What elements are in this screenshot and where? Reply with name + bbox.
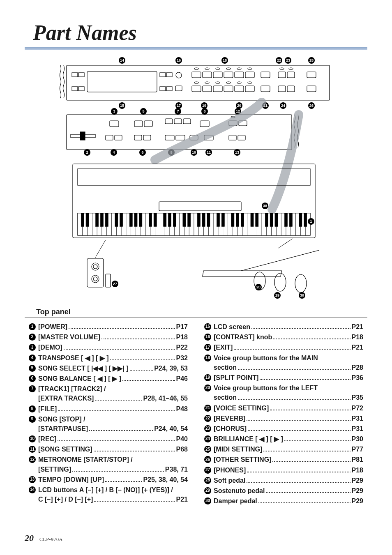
item-number-badge: 3 [29, 344, 36, 351]
item-number-badge: 21 [204, 405, 211, 412]
part-item: 2[MASTER VOLUME]P18 [29, 332, 188, 342]
item-number-badge: 10 [29, 435, 36, 442]
svg-text:18: 18 [223, 58, 227, 62]
svg-rect-191 [217, 213, 219, 226]
item-label: [EXTRA TRACKS] [38, 394, 94, 403]
svg-point-43 [248, 82, 252, 83]
svg-rect-198 [265, 213, 268, 226]
svg-point-37 [248, 68, 252, 69]
item-number-badge: 14 [29, 486, 36, 493]
page-ref: P21 [352, 343, 363, 352]
part-item: 29Sostenuto pedalP29 [204, 486, 363, 495]
svg-rect-22 [235, 86, 244, 92]
section-rule [25, 318, 367, 318]
part-item: 15LCD screenP21 [204, 322, 363, 332]
part-item: 10[REC]P40 [29, 434, 188, 444]
item-number-badge: 2 [29, 334, 36, 341]
svg-point-41 [226, 82, 231, 83]
item-number-badge: 16 [204, 334, 211, 341]
leader-dots [72, 471, 164, 472]
svg-rect-84 [183, 119, 191, 124]
svg-text:14: 14 [120, 58, 124, 62]
leader-dots [284, 440, 350, 441]
svg-point-211 [93, 265, 97, 269]
svg-point-213 [93, 277, 97, 281]
page-ref: P46 [176, 374, 188, 383]
item-label: SONG [STOP] / [38, 415, 85, 424]
svg-rect-181 [149, 213, 152, 226]
part-item: 6SONG BALANCE [ ◀ ] [ ▶ ]P46 [29, 374, 188, 383]
item-label: [POWER] [38, 322, 67, 332]
item-label: [TRACK1] [TRACK2] / [38, 384, 106, 394]
svg-rect-83 [174, 119, 182, 124]
svg-point-45 [289, 68, 293, 69]
item-label: Sostenuto pedal [214, 486, 265, 495]
item-label: Voice group buttons for the MAIN [214, 353, 318, 363]
page-ref: P35 [352, 393, 363, 402]
page-ref: P29 [352, 486, 363, 495]
page-ref: P25, 38, 40, 54 [143, 475, 188, 484]
svg-rect-21 [224, 86, 233, 92]
page-number: 20 [25, 533, 34, 543]
page-ref: P17 [176, 322, 188, 332]
svg-rect-1 [87, 71, 157, 92]
item-number-badge: 4 [29, 355, 36, 362]
item-number-badge: 18 [204, 355, 211, 362]
svg-rect-15 [224, 72, 233, 78]
item-number-badge: 26 [204, 456, 211, 463]
page-ref: P24, 40, 54 [154, 424, 188, 433]
item-label: [CHORUS] [214, 424, 247, 433]
svg-text:24: 24 [281, 104, 285, 108]
model-label: CLP-970A [39, 537, 63, 542]
page-ref: P72 [352, 403, 363, 413]
svg-text:16: 16 [177, 58, 181, 62]
leader-dots [272, 461, 350, 462]
item-number-badge: 13 [29, 476, 36, 483]
item-label: section [214, 363, 237, 372]
svg-rect-30 [307, 72, 316, 78]
svg-rect-186 [183, 213, 186, 226]
leader-dots [89, 430, 153, 431]
page-ref: P22 [176, 343, 188, 352]
leader-dots [122, 380, 175, 381]
item-number-badge: 8 [29, 405, 36, 412]
leader-dots [105, 481, 142, 482]
leader-dots [263, 451, 350, 451]
svg-rect-2 [72, 73, 78, 77]
leader-dots [101, 339, 175, 339]
svg-text:23: 23 [286, 58, 290, 62]
svg-line-217 [95, 240, 106, 258]
part-item: 4TRANSPOSE [ ◀ ] [ ▶ ]P32 [29, 353, 188, 363]
svg-rect-194 [236, 213, 239, 226]
svg-rect-8 [160, 87, 166, 91]
svg-rect-200 [275, 213, 278, 226]
svg-rect-176 [115, 213, 118, 226]
page-ref: P38, 71 [165, 465, 188, 474]
svg-point-210 [92, 263, 99, 270]
svg-point-40 [216, 82, 220, 83]
svg-rect-197 [256, 213, 258, 226]
svg-point-212 [92, 275, 99, 283]
svg-text:20: 20 [237, 104, 241, 108]
item-number-badge: 27 [204, 467, 211, 474]
page-ref: P28, 41–46, 55 [143, 394, 188, 403]
svg-point-33 [205, 68, 209, 69]
svg-text:1: 1 [310, 219, 312, 223]
svg-point-44 [280, 68, 284, 69]
part-item: 7[TRACK1] [TRACK2] /[EXTRA TRACKS]P28, 4… [29, 384, 188, 403]
svg-text:7: 7 [177, 109, 179, 113]
item-label: C [–] [+] / D [–] [+] [38, 495, 93, 504]
svg-rect-16 [235, 72, 244, 78]
svg-rect-120 [78, 169, 310, 185]
svg-rect-172 [86, 213, 89, 226]
svg-text:38: 38 [263, 204, 267, 208]
svg-text:4: 4 [113, 150, 115, 154]
svg-line-222 [278, 239, 293, 248]
part-item: 27[PHONES]P18 [204, 465, 363, 475]
item-label: [VOICE SETTING] [214, 403, 269, 413]
leader-dots [248, 430, 350, 431]
item-number-badge: 6 [29, 375, 36, 382]
svg-rect-171 [81, 213, 84, 226]
svg-text:22: 22 [277, 58, 281, 62]
leader-dots [260, 379, 350, 380]
